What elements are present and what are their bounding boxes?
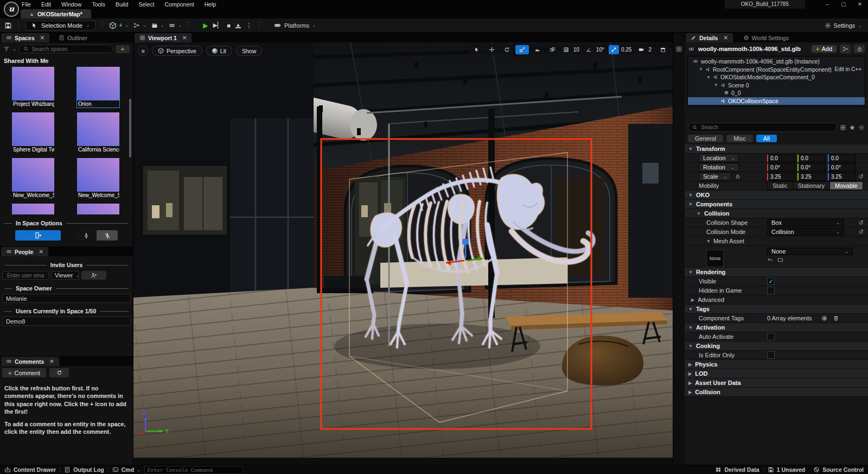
- view-mode-dropdown[interactable]: Lit: [206, 46, 232, 56]
- oko-section-header[interactable]: ▼OKO: [685, 191, 868, 200]
- cmd-dropdown[interactable]: Cmd ⌄: [112, 466, 141, 473]
- invite-email-box[interactable]: [2, 271, 49, 280]
- space-thumbnail[interactable]: Sphere Digital Twin: [12, 112, 54, 153]
- rotation-z-field[interactable]: 0.0°: [828, 163, 856, 172]
- spaces-scrollbar[interactable]: [129, 99, 131, 157]
- scale-snap-control[interactable]: 0.25: [609, 45, 634, 54]
- menu-edit[interactable]: Edit: [41, 1, 51, 8]
- tree-row-instance[interactable]: woolly-mammoth-100k-4096_std.glb (Instan…: [688, 58, 865, 66]
- role-dropdown[interactable]: Viewer⌄: [51, 271, 79, 280]
- tab-viewport[interactable]: Viewport 1 ✕: [135, 33, 192, 42]
- content-drawer-button[interactable]: Content Drawer: [4, 466, 56, 473]
- expander-icon[interactable]: ▼: [699, 67, 703, 72]
- close-icon[interactable]: ✕: [39, 249, 43, 255]
- edit-in-cpp-link[interactable]: Edit in C++: [835, 66, 861, 72]
- scale-y-field[interactable]: 3.25: [797, 173, 826, 181]
- mesh-asset-dropdown[interactable]: None⌄: [767, 248, 853, 255]
- space-thumbnail[interactable]: [77, 204, 119, 214]
- rotation-snap-control[interactable]: 10°: [584, 45, 607, 54]
- space-thumbnail[interactable]: New_Welcome_Sp...: [12, 158, 54, 199]
- collision-shape-dropdown[interactable]: Box⌄: [767, 219, 844, 226]
- filter-icon[interactable]: [3, 46, 10, 52]
- filter-misc[interactable]: Misc: [726, 135, 753, 142]
- reset-to-default-button[interactable]: ↺: [856, 173, 866, 180]
- add-comment-button[interactable]: +Comment: [2, 368, 46, 377]
- viewport-options-button[interactable]: ≡: [138, 46, 148, 56]
- scale-z-field[interactable]: 3.25: [828, 173, 856, 181]
- collision-bottom-section-header[interactable]: ▶Collision: [685, 388, 868, 397]
- user-row[interactable]: Demo8: [2, 317, 131, 326]
- add-component-button[interactable]: +Add: [812, 45, 837, 53]
- step-button[interactable]: ▶▏: [213, 22, 222, 29]
- transform-section-header[interactable]: ▼Transform: [685, 144, 868, 154]
- menu-build[interactable]: Build: [116, 1, 128, 8]
- tab-outliner[interactable]: Outliner: [54, 33, 92, 42]
- settings-gear-icon[interactable]: [858, 124, 865, 131]
- auto-activate-checkbox[interactable]: [767, 333, 775, 340]
- minimize-button[interactable]: –: [819, 0, 835, 9]
- level-tab[interactable]: ▲ OKOStarterMap*: [21, 9, 91, 18]
- selection-mode-dropdown[interactable]: Selection Mode ⌄: [25, 21, 95, 30]
- enter-space-button[interactable]: [15, 230, 61, 241]
- maximize-viewport-button[interactable]: [656, 45, 669, 54]
- details-search-input[interactable]: [700, 124, 833, 131]
- trash-icon[interactable]: [833, 315, 839, 321]
- menu-window[interactable]: Window: [61, 1, 81, 8]
- activation-section-header[interactable]: ▼Activation: [685, 323, 868, 332]
- close-icon[interactable]: ✕: [40, 35, 44, 41]
- reset-to-default-button[interactable]: ↺: [856, 219, 866, 226]
- tab-comments[interactable]: Comments ✕: [1, 357, 59, 366]
- physics-section-header[interactable]: ▶Physics: [685, 360, 868, 369]
- stop-button[interactable]: ■: [227, 22, 231, 29]
- tree-row-collisionspace[interactable]: OKOCollisionSpace: [688, 97, 865, 105]
- add-actor-button[interactable]: +⌄: [109, 22, 129, 29]
- source-control-button[interactable]: Source Control: [813, 466, 864, 473]
- mobility-static[interactable]: Static: [767, 181, 793, 190]
- invite-email-input[interactable]: [6, 272, 45, 279]
- show-dropdown[interactable]: Show: [236, 46, 262, 56]
- unsaved-button[interactable]: 1 Unsaved: [768, 466, 806, 473]
- mobility-movable[interactable]: Movable: [829, 181, 863, 190]
- lock-open-icon[interactable]: [735, 174, 741, 179]
- tree-row-staticmodel[interactable]: ▼ OKOStaticModelSpaceComponent_0: [688, 73, 865, 81]
- mic-muted-button[interactable]: [97, 230, 118, 241]
- tags-section-header[interactable]: ▼Tags: [685, 305, 868, 314]
- camera-speed-control[interactable]: 2: [636, 45, 654, 54]
- lod-section-header[interactable]: ▶LOD: [685, 369, 868, 378]
- surface-snap-button[interactable]: [546, 45, 559, 54]
- browse-asset-icon[interactable]: [777, 257, 783, 263]
- collision-mode-dropdown[interactable]: Collision⌄: [767, 228, 844, 236]
- move-tool-button[interactable]: [485, 45, 499, 54]
- mesh-asset-thumbnail[interactable]: None: [706, 250, 724, 267]
- grid-snap-control[interactable]: 10: [561, 45, 582, 54]
- mobility-stationary[interactable]: Stationary: [793, 181, 831, 190]
- rotation-y-field[interactable]: 0.0°: [797, 163, 826, 172]
- chevron-down-icon[interactable]: ⌄: [12, 47, 16, 52]
- is-editor-only-checkbox[interactable]: [767, 351, 775, 359]
- display-options-icon[interactable]: [840, 124, 846, 131]
- tree-row-scene0[interactable]: ▼ Scene 0: [688, 81, 865, 90]
- platforms-dropdown[interactable]: Platforms ⌄: [273, 22, 316, 29]
- play-options-button[interactable]: ⋮: [246, 22, 252, 29]
- filter-general[interactable]: General: [688, 135, 723, 142]
- cooking-section-header[interactable]: ▼Cooking: [685, 342, 868, 351]
- location-y-field[interactable]: 0.0: [797, 154, 826, 162]
- output-log-button[interactable]: Output Log: [64, 466, 104, 473]
- mesh-asset-header-row[interactable]: ▼Mesh Asset: [685, 237, 868, 246]
- menu-tools[interactable]: Tools: [92, 1, 105, 8]
- rotate-tool-button[interactable]: [500, 45, 514, 54]
- space-thumbnail[interactable]: Project Whizbang: [12, 67, 54, 108]
- space-thumbnail[interactable]: California Science...: [77, 112, 119, 153]
- components-section-header[interactable]: ▼Components: [685, 200, 868, 209]
- link-button[interactable]: ⌄: [169, 22, 182, 29]
- blueprint-icon-button[interactable]: [840, 45, 851, 53]
- menu-component[interactable]: Component: [164, 1, 194, 8]
- close-icon[interactable]: ✕: [723, 35, 727, 41]
- space-thumbnail[interactable]: New_Welcome_Sp...: [77, 158, 119, 199]
- panel-grid-icon[interactable]: [675, 46, 682, 53]
- space-thumbnail[interactable]: [12, 204, 54, 214]
- expander-icon[interactable]: ▼: [706, 75, 711, 80]
- details-search-box[interactable]: [688, 123, 837, 132]
- location-z-field[interactable]: 0.0: [828, 154, 856, 162]
- add-user-button[interactable]: [81, 271, 106, 280]
